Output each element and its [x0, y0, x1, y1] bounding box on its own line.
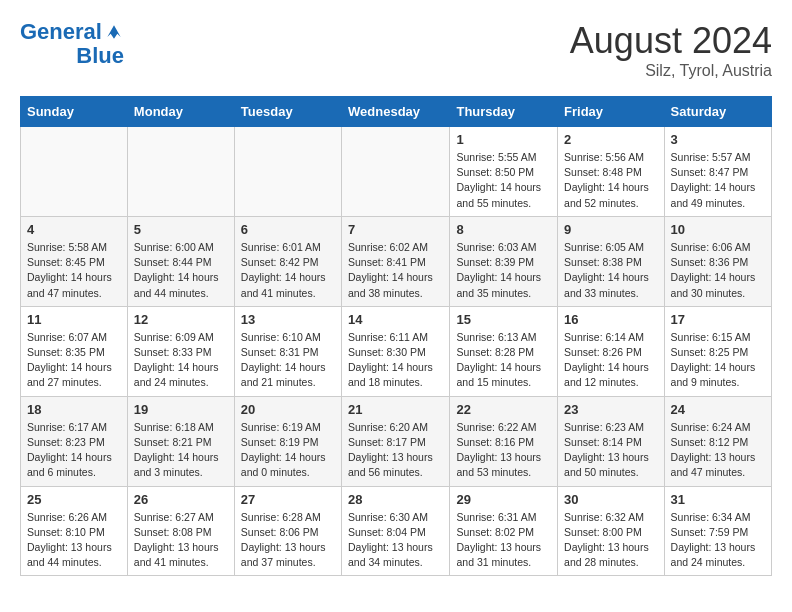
calendar-table: SundayMondayTuesdayWednesdayThursdayFrid…	[20, 96, 772, 576]
weekday-header-row: SundayMondayTuesdayWednesdayThursdayFrid…	[21, 97, 772, 127]
day-info: Sunrise: 6:14 AM Sunset: 8:26 PM Dayligh…	[564, 330, 657, 391]
calendar-day-cell: 9Sunrise: 6:05 AM Sunset: 8:38 PM Daylig…	[558, 216, 664, 306]
calendar-day-cell: 20Sunrise: 6:19 AM Sunset: 8:19 PM Dayli…	[234, 396, 341, 486]
weekday-header-friday: Friday	[558, 97, 664, 127]
day-number: 20	[241, 402, 335, 417]
day-info: Sunrise: 6:32 AM Sunset: 8:00 PM Dayligh…	[564, 510, 657, 571]
calendar-day-cell: 2Sunrise: 5:56 AM Sunset: 8:48 PM Daylig…	[558, 127, 664, 217]
day-info: Sunrise: 6:02 AM Sunset: 8:41 PM Dayligh…	[348, 240, 443, 301]
calendar-day-cell: 8Sunrise: 6:03 AM Sunset: 8:39 PM Daylig…	[450, 216, 558, 306]
weekday-header-tuesday: Tuesday	[234, 97, 341, 127]
location-label: Silz, Tyrol, Austria	[570, 62, 772, 80]
day-info: Sunrise: 6:18 AM Sunset: 8:21 PM Dayligh…	[134, 420, 228, 481]
day-info: Sunrise: 6:24 AM Sunset: 8:12 PM Dayligh…	[671, 420, 765, 481]
day-number: 27	[241, 492, 335, 507]
calendar-day-cell: 30Sunrise: 6:32 AM Sunset: 8:00 PM Dayli…	[558, 486, 664, 576]
weekday-header-thursday: Thursday	[450, 97, 558, 127]
calendar-day-cell: 28Sunrise: 6:30 AM Sunset: 8:04 PM Dayli…	[342, 486, 450, 576]
day-info: Sunrise: 6:23 AM Sunset: 8:14 PM Dayligh…	[564, 420, 657, 481]
calendar-week-row: 18Sunrise: 6:17 AM Sunset: 8:23 PM Dayli…	[21, 396, 772, 486]
day-number: 10	[671, 222, 765, 237]
day-info: Sunrise: 6:20 AM Sunset: 8:17 PM Dayligh…	[348, 420, 443, 481]
day-number: 17	[671, 312, 765, 327]
day-number: 4	[27, 222, 121, 237]
day-info: Sunrise: 6:26 AM Sunset: 8:10 PM Dayligh…	[27, 510, 121, 571]
calendar-day-cell: 3Sunrise: 5:57 AM Sunset: 8:47 PM Daylig…	[664, 127, 771, 217]
calendar-day-cell	[234, 127, 341, 217]
day-info: Sunrise: 5:58 AM Sunset: 8:45 PM Dayligh…	[27, 240, 121, 301]
calendar-day-cell: 27Sunrise: 6:28 AM Sunset: 8:06 PM Dayli…	[234, 486, 341, 576]
day-info: Sunrise: 6:06 AM Sunset: 8:36 PM Dayligh…	[671, 240, 765, 301]
calendar-day-cell: 21Sunrise: 6:20 AM Sunset: 8:17 PM Dayli…	[342, 396, 450, 486]
day-number: 8	[456, 222, 551, 237]
calendar-day-cell: 29Sunrise: 6:31 AM Sunset: 8:02 PM Dayli…	[450, 486, 558, 576]
day-number: 5	[134, 222, 228, 237]
day-info: Sunrise: 6:28 AM Sunset: 8:06 PM Dayligh…	[241, 510, 335, 571]
day-info: Sunrise: 6:10 AM Sunset: 8:31 PM Dayligh…	[241, 330, 335, 391]
day-number: 2	[564, 132, 657, 147]
calendar-week-row: 1Sunrise: 5:55 AM Sunset: 8:50 PM Daylig…	[21, 127, 772, 217]
day-info: Sunrise: 5:55 AM Sunset: 8:50 PM Dayligh…	[456, 150, 551, 211]
day-info: Sunrise: 5:56 AM Sunset: 8:48 PM Dayligh…	[564, 150, 657, 211]
day-info: Sunrise: 6:27 AM Sunset: 8:08 PM Dayligh…	[134, 510, 228, 571]
calendar-day-cell: 10Sunrise: 6:06 AM Sunset: 8:36 PM Dayli…	[664, 216, 771, 306]
weekday-header-monday: Monday	[127, 97, 234, 127]
calendar-day-cell: 16Sunrise: 6:14 AM Sunset: 8:26 PM Dayli…	[558, 306, 664, 396]
day-number: 6	[241, 222, 335, 237]
calendar-day-cell	[342, 127, 450, 217]
weekday-header-saturday: Saturday	[664, 97, 771, 127]
day-info: Sunrise: 6:22 AM Sunset: 8:16 PM Dayligh…	[456, 420, 551, 481]
calendar-day-cell	[127, 127, 234, 217]
day-info: Sunrise: 6:31 AM Sunset: 8:02 PM Dayligh…	[456, 510, 551, 571]
day-number: 13	[241, 312, 335, 327]
svg-marker-0	[107, 25, 120, 38]
day-info: Sunrise: 6:13 AM Sunset: 8:28 PM Dayligh…	[456, 330, 551, 391]
day-number: 31	[671, 492, 765, 507]
day-info: Sunrise: 6:30 AM Sunset: 8:04 PM Dayligh…	[348, 510, 443, 571]
day-info: Sunrise: 6:00 AM Sunset: 8:44 PM Dayligh…	[134, 240, 228, 301]
day-info: Sunrise: 6:34 AM Sunset: 7:59 PM Dayligh…	[671, 510, 765, 571]
calendar-day-cell: 4Sunrise: 5:58 AM Sunset: 8:45 PM Daylig…	[21, 216, 128, 306]
day-number: 16	[564, 312, 657, 327]
day-info: Sunrise: 5:57 AM Sunset: 8:47 PM Dayligh…	[671, 150, 765, 211]
calendar-day-cell: 11Sunrise: 6:07 AM Sunset: 8:35 PM Dayli…	[21, 306, 128, 396]
calendar-day-cell: 24Sunrise: 6:24 AM Sunset: 8:12 PM Dayli…	[664, 396, 771, 486]
day-info: Sunrise: 6:03 AM Sunset: 8:39 PM Dayligh…	[456, 240, 551, 301]
calendar-week-row: 25Sunrise: 6:26 AM Sunset: 8:10 PM Dayli…	[21, 486, 772, 576]
day-number: 11	[27, 312, 121, 327]
day-info: Sunrise: 6:11 AM Sunset: 8:30 PM Dayligh…	[348, 330, 443, 391]
logo-text: General	[20, 20, 102, 44]
calendar-day-cell: 23Sunrise: 6:23 AM Sunset: 8:14 PM Dayli…	[558, 396, 664, 486]
title-block: August 2024 Silz, Tyrol, Austria	[570, 20, 772, 80]
weekday-header-sunday: Sunday	[21, 97, 128, 127]
day-number: 25	[27, 492, 121, 507]
day-number: 24	[671, 402, 765, 417]
day-number: 3	[671, 132, 765, 147]
logo: General Blue	[20, 20, 124, 68]
day-info: Sunrise: 6:17 AM Sunset: 8:23 PM Dayligh…	[27, 420, 121, 481]
weekday-header-wednesday: Wednesday	[342, 97, 450, 127]
calendar-day-cell: 31Sunrise: 6:34 AM Sunset: 7:59 PM Dayli…	[664, 486, 771, 576]
day-number: 23	[564, 402, 657, 417]
calendar-day-cell: 6Sunrise: 6:01 AM Sunset: 8:42 PM Daylig…	[234, 216, 341, 306]
month-title: August 2024	[570, 20, 772, 62]
calendar-day-cell: 13Sunrise: 6:10 AM Sunset: 8:31 PM Dayli…	[234, 306, 341, 396]
calendar-week-row: 11Sunrise: 6:07 AM Sunset: 8:35 PM Dayli…	[21, 306, 772, 396]
calendar-day-cell: 1Sunrise: 5:55 AM Sunset: 8:50 PM Daylig…	[450, 127, 558, 217]
day-number: 26	[134, 492, 228, 507]
day-info: Sunrise: 6:01 AM Sunset: 8:42 PM Dayligh…	[241, 240, 335, 301]
day-info: Sunrise: 6:09 AM Sunset: 8:33 PM Dayligh…	[134, 330, 228, 391]
day-number: 22	[456, 402, 551, 417]
calendar-day-cell: 18Sunrise: 6:17 AM Sunset: 8:23 PM Dayli…	[21, 396, 128, 486]
day-number: 14	[348, 312, 443, 327]
calendar-day-cell: 14Sunrise: 6:11 AM Sunset: 8:30 PM Dayli…	[342, 306, 450, 396]
day-number: 30	[564, 492, 657, 507]
day-number: 15	[456, 312, 551, 327]
calendar-day-cell: 19Sunrise: 6:18 AM Sunset: 8:21 PM Dayli…	[127, 396, 234, 486]
day-info: Sunrise: 6:05 AM Sunset: 8:38 PM Dayligh…	[564, 240, 657, 301]
calendar-day-cell: 26Sunrise: 6:27 AM Sunset: 8:08 PM Dayli…	[127, 486, 234, 576]
day-number: 7	[348, 222, 443, 237]
page-header: General Blue August 2024 Silz, Tyrol, Au…	[20, 20, 772, 80]
day-number: 9	[564, 222, 657, 237]
day-info: Sunrise: 6:15 AM Sunset: 8:25 PM Dayligh…	[671, 330, 765, 391]
